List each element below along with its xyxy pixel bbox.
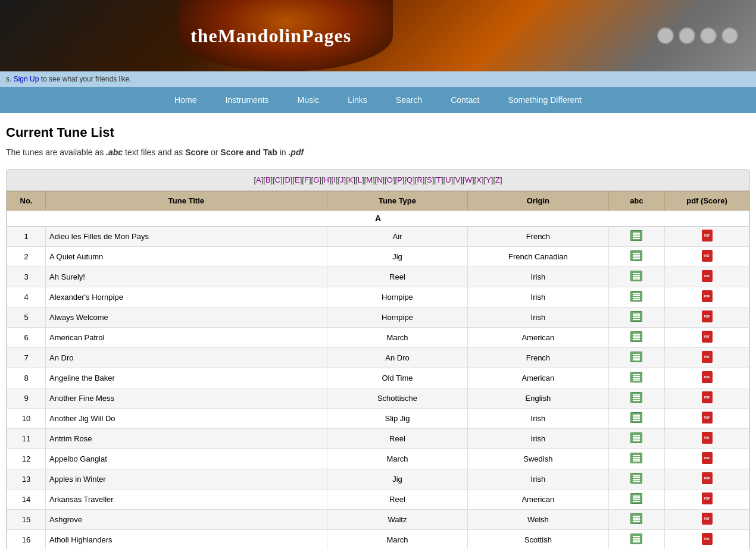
alpha-a[interactable]: A — [256, 175, 261, 184]
pdf-download-link[interactable] — [702, 234, 713, 243]
row-title: Another Fine Mess — [46, 388, 327, 409]
pdf-download-link[interactable] — [702, 376, 713, 385]
abc-file-icon — [630, 271, 642, 281]
alpha-h[interactable]: H — [324, 175, 329, 184]
alpha-e[interactable]: E — [295, 175, 300, 184]
alpha-q[interactable]: Q — [407, 175, 413, 184]
nav-instruments[interactable]: Instruments — [211, 87, 283, 113]
pdf-download-link[interactable] — [702, 396, 713, 405]
row-title: Adieu les Filles de Mon Pays — [46, 227, 327, 247]
pdf-download-link[interactable] — [702, 517, 713, 526]
pdf-download-link[interactable] — [702, 437, 713, 446]
pdf-download-link[interactable] — [702, 497, 713, 506]
table-row: 7 An Dro An Dro French — [7, 348, 749, 368]
pdf-file-icon — [702, 492, 713, 504]
alpha-d[interactable]: D — [285, 175, 290, 184]
nav-contact[interactable]: Contact — [436, 87, 493, 113]
abc-file-icon — [630, 311, 642, 322]
row-abc-icon-cell — [608, 348, 665, 368]
alpha-m[interactable]: M — [366, 175, 373, 184]
pdf-download-link[interactable] — [702, 315, 713, 324]
abc-download-link[interactable] — [630, 517, 642, 526]
row-abc-icon-cell — [608, 510, 665, 530]
abc-download-link[interactable] — [630, 274, 642, 283]
row-no: 10 — [7, 409, 46, 429]
row-abc-icon-cell — [608, 227, 665, 247]
abc-download-link[interactable] — [630, 355, 642, 364]
abc-download-link[interactable] — [630, 497, 642, 506]
nav-something-different[interactable]: Something Different — [493, 87, 595, 113]
alpha-b[interactable]: B — [265, 175, 271, 184]
pdf-file-icon — [702, 310, 713, 322]
abc-download-link[interactable] — [630, 436, 642, 445]
row-title: Antrim Rose — [46, 429, 327, 449]
pdf-download-link[interactable] — [702, 457, 713, 466]
row-pdf-icon-cell — [665, 227, 749, 247]
table-row: 1 Adieu les Filles de Mon Pays Air Frenc… — [7, 227, 749, 247]
pdf-download-link[interactable] — [702, 356, 713, 365]
pdf-download-link[interactable] — [702, 335, 713, 344]
header-title: Tune Title — [46, 192, 327, 211]
pdf-file-icon — [702, 432, 713, 444]
abc-download-link[interactable] — [630, 476, 642, 485]
pdf-download-link[interactable] — [702, 255, 713, 263]
row-origin: Irish — [468, 308, 608, 328]
pdf-download-link[interactable] — [702, 416, 713, 425]
pdf-file-icon — [702, 250, 713, 262]
row-origin: Irish — [468, 409, 608, 429]
site-title: theMandolinPages — [190, 25, 351, 47]
nav-home[interactable]: Home — [160, 87, 211, 113]
nav-music[interactable]: Music — [283, 87, 334, 113]
table-row: 9 Another Fine Mess Schottische English — [7, 388, 749, 409]
row-pdf-icon-cell — [665, 247, 749, 267]
table-row: 4 Alexander's Hornpipe Hornpipe Irish — [7, 287, 749, 308]
abc-download-link[interactable] — [630, 234, 642, 243]
pdf-file-icon — [702, 351, 713, 363]
row-title: Arkansas Traveller — [46, 490, 327, 510]
pdf-download-link[interactable] — [702, 477, 713, 486]
alpha-n[interactable]: N — [377, 175, 382, 184]
alpha-y[interactable]: Y — [486, 175, 491, 184]
alpha-w[interactable]: W — [465, 175, 472, 184]
row-type: Waltz — [327, 510, 467, 530]
row-origin: American — [468, 328, 608, 348]
alpha-s[interactable]: S — [427, 175, 432, 184]
alpha-c[interactable]: C — [275, 175, 280, 184]
row-origin: Irish — [468, 287, 608, 308]
pdf-download-link[interactable] — [702, 295, 713, 304]
pdf-download-link[interactable] — [702, 275, 713, 284]
alpha-o[interactable]: O — [387, 175, 393, 184]
alpha-r[interactable]: R — [417, 175, 422, 184]
alpha-p[interactable]: P — [397, 175, 402, 184]
abc-download-link[interactable] — [630, 375, 642, 384]
abc-download-link[interactable] — [630, 254, 642, 263]
abc-download-link[interactable] — [630, 537, 642, 546]
abc-download-link[interactable] — [630, 396, 642, 404]
alpha-g[interactable]: G — [313, 175, 319, 184]
abc-download-link[interactable] — [630, 416, 642, 425]
nav-links[interactable]: Links — [333, 87, 382, 113]
alpha-t[interactable]: T — [436, 175, 441, 184]
nav-search[interactable]: Search — [382, 87, 436, 113]
row-pdf-icon-cell — [665, 429, 749, 449]
abc-download-link[interactable] — [630, 315, 642, 324]
pdf-download-link[interactable] — [702, 538, 713, 547]
row-origin: French — [468, 227, 608, 247]
abc-file-icon — [630, 432, 642, 443]
row-type: March — [327, 449, 467, 469]
row-type: Old Time — [327, 368, 467, 388]
abc-download-link[interactable] — [630, 294, 642, 303]
row-pdf-icon-cell — [665, 328, 749, 348]
row-abc-icon-cell — [608, 247, 665, 267]
alpha-x[interactable]: X — [476, 175, 482, 184]
sign-up-link[interactable]: Sign Up — [14, 75, 39, 83]
row-pdf-icon-cell — [665, 287, 749, 308]
alpha-z[interactable]: Z — [495, 175, 500, 184]
row-abc-icon-cell — [608, 449, 665, 469]
abc-download-link[interactable] — [630, 456, 642, 465]
alpha-l[interactable]: L — [358, 175, 362, 184]
alpha-f[interactable]: F — [304, 175, 309, 184]
alpha-u[interactable]: U — [445, 175, 451, 184]
row-no: 16 — [7, 530, 46, 550]
abc-download-link[interactable] — [630, 335, 642, 344]
